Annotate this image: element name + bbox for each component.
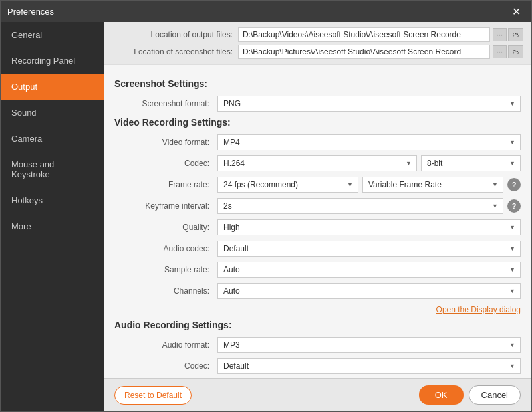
audio-format-controls: MP3AACWAVFLAC xyxy=(217,337,521,353)
audio-codec2-select-wrapper: DefaultAACMP3 xyxy=(217,358,521,374)
sidebar: GeneralRecording PanelOutputSoundCameraM… xyxy=(1,22,104,411)
screenshot-format-controls: PNG JPG BMP xyxy=(217,96,521,112)
sidebar-item-hotkeys[interactable]: Hotkeys xyxy=(1,187,104,213)
screenshot-dots-button[interactable]: ··· xyxy=(493,45,507,58)
display-dialog-link[interactable]: Open the Display dialog xyxy=(436,305,521,314)
window-title: Preferences xyxy=(7,7,54,17)
action-buttons: OK Cancel xyxy=(419,385,521,405)
keyframe-select[interactable]: 2s1s3s5s xyxy=(217,198,503,214)
video-codec-label: Codec: xyxy=(114,159,217,168)
output-dots-button[interactable]: ··· xyxy=(493,28,507,41)
screenshot-file-actions: ··· 🗁 xyxy=(493,45,523,58)
frame-rate-row: Frame rate: 24 fps (Recommend)30 fps60 f… xyxy=(114,177,521,193)
frame-rate-select[interactable]: 24 fps (Recommend)30 fps60 fps xyxy=(217,177,358,193)
scrollable-content[interactable]: Location of output files: D:\Backup\Vide… xyxy=(104,22,531,378)
screenshot-file-label: Location of screenshot files: xyxy=(112,47,238,56)
video-format-controls: MP4MOVAVIFLV xyxy=(217,134,521,150)
output-folder-button[interactable]: 🗁 xyxy=(508,28,523,41)
frame-rate-controls: 24 fps (Recommend)30 fps60 fps Variable … xyxy=(217,177,521,193)
quality-select[interactable]: HighMediumLowLosslessVery High xyxy=(217,219,521,235)
channels-row: Channels: AutoStereoMono xyxy=(114,283,521,299)
audio-codec-select-wrapper: DefaultAACMP3 xyxy=(217,241,521,257)
keyframe-select-wrapper: 2s1s3s5s xyxy=(217,198,503,214)
sidebar-item-sound[interactable]: Sound xyxy=(1,100,104,126)
screenshot-format-row: Screenshot format: PNG JPG BMP xyxy=(114,96,521,112)
audio-codec-row: Audio codec: DefaultAACMP3 xyxy=(114,241,521,257)
audio-format-select[interactable]: MP3AACWAVFLAC xyxy=(217,337,521,353)
frame-rate-help-button[interactable]: ? xyxy=(507,178,521,191)
output-file-value: D:\Backup\Videos\Aiseesoft Studio\Aisees… xyxy=(238,27,490,42)
screenshot-format-select[interactable]: PNG JPG BMP xyxy=(217,96,521,112)
output-file-row: Location of output files: D:\Backup\Vide… xyxy=(112,27,523,42)
output-file-actions: ··· 🗁 xyxy=(493,28,523,41)
close-button[interactable]: ✕ xyxy=(508,3,525,21)
channels-select[interactable]: AutoStereoMono xyxy=(217,283,521,299)
screenshot-file-row: Location of screenshot files: D:\Backup\… xyxy=(112,45,523,59)
channels-controls: AutoStereoMono xyxy=(217,283,521,299)
title-bar: Preferences ✕ xyxy=(1,1,531,22)
reset-button[interactable]: Reset to Default xyxy=(114,386,192,405)
quality-controls: HighMediumLowLosslessVery High xyxy=(217,219,521,235)
sidebar-item-recording-panel[interactable]: Recording Panel xyxy=(1,48,104,74)
main-panel: Location of output files: D:\Backup\Vide… xyxy=(104,22,531,411)
audio-codec-label: Audio codec: xyxy=(114,244,217,253)
output-file-label: Location of output files: xyxy=(112,30,238,39)
screenshot-section-title: Screenshot Settings: xyxy=(114,78,521,89)
variable-frame-select[interactable]: Variable Frame RateConstant Frame Rate xyxy=(362,177,503,193)
screenshot-format-select-wrapper: PNG JPG BMP xyxy=(217,96,521,112)
sidebar-item-more[interactable]: More xyxy=(1,213,104,239)
screenshot-folder-button[interactable]: 🗁 xyxy=(508,45,523,58)
frame-rate-select-wrapper: 24 fps (Recommend)30 fps60 fps xyxy=(217,177,358,193)
preferences-window: Preferences ✕ GeneralRecording PanelOutp… xyxy=(0,0,532,412)
video-codec-select[interactable]: H.264H.265VP8 xyxy=(217,155,417,171)
screenshot-format-label: Screenshot format: xyxy=(114,99,217,108)
display-link-row: Open the Display dialog xyxy=(114,304,521,314)
audio-section-title: Audio Recording Settings: xyxy=(114,320,521,330)
video-codec-select-wrapper: H.264H.265VP8 xyxy=(217,155,417,171)
audio-codec2-select[interactable]: DefaultAACMP3 xyxy=(217,358,521,374)
video-format-select[interactable]: MP4MOVAVIFLV xyxy=(217,134,521,150)
frame-rate-label: Frame rate: xyxy=(114,180,217,189)
video-format-label: Video format: xyxy=(114,138,217,147)
keyframe-row: Keyframe interval: 2s1s3s5s ? xyxy=(114,198,521,214)
quality-row: Quality: HighMediumLowLosslessVery High xyxy=(114,219,521,235)
main-content-area: GeneralRecording PanelOutputSoundCameraM… xyxy=(1,22,531,411)
video-bitdepth-select-wrapper: 8-bit10-bit xyxy=(421,155,521,171)
sidebar-item-general[interactable]: General xyxy=(1,22,104,48)
sidebar-item-mouse-keystroke[interactable]: Mouse and Keystroke xyxy=(1,152,104,187)
file-locations-section: Location of output files: D:\Backup\Vide… xyxy=(104,22,531,65)
sidebar-item-output[interactable]: Output xyxy=(1,74,104,100)
keyframe-help-button[interactable]: ? xyxy=(507,199,521,213)
quality-label: Quality: xyxy=(114,223,217,232)
sample-rate-controls: Auto44100 Hz48000 Hz xyxy=(217,262,521,278)
cancel-button[interactable]: Cancel xyxy=(469,385,521,405)
video-bitdepth-select[interactable]: 8-bit10-bit xyxy=(421,155,521,171)
audio-codec-controls: DefaultAACMP3 xyxy=(217,241,521,257)
keyframe-label: Keyframe interval: xyxy=(114,201,217,211)
sample-rate-label: Sample rate: xyxy=(114,265,217,274)
screenshot-file-value: D:\Backup\Pictures\Aiseesoft Studio\Aise… xyxy=(238,45,490,59)
video-format-select-wrapper: MP4MOVAVIFLV xyxy=(217,134,521,150)
keyframe-controls: 2s1s3s5s ? xyxy=(217,198,521,214)
sample-rate-select[interactable]: Auto44100 Hz48000 Hz xyxy=(217,262,521,278)
channels-label: Channels: xyxy=(114,286,217,296)
video-codec-controls: H.264H.265VP8 8-bit10-bit xyxy=(217,155,521,171)
sidebar-item-camera[interactable]: Camera xyxy=(1,126,104,152)
audio-codec2-label: Codec: xyxy=(114,361,217,371)
audio-codec-select[interactable]: DefaultAACMP3 xyxy=(217,241,521,257)
video-codec-row: Codec: H.264H.265VP8 8-bit10-bit xyxy=(114,155,521,171)
variable-frame-select-wrapper: Variable Frame RateConstant Frame Rate xyxy=(362,177,503,193)
video-format-row: Video format: MP4MOVAVIFLV xyxy=(114,134,521,150)
ok-button[interactable]: OK xyxy=(419,385,464,405)
sample-rate-select-wrapper: Auto44100 Hz48000 Hz xyxy=(217,262,521,278)
audio-format-label: Audio format: xyxy=(114,340,217,350)
video-section-title: Video Recording Settings: xyxy=(114,117,521,128)
bottom-bar: Reset to Default OK Cancel xyxy=(104,378,531,411)
audio-format-row: Audio format: MP3AACWAVFLAC xyxy=(114,337,521,353)
quality-select-wrapper: HighMediumLowLosslessVery High xyxy=(217,219,521,235)
audio-format-select-wrapper: MP3AACWAVFLAC xyxy=(217,337,521,353)
sample-rate-row: Sample rate: Auto44100 Hz48000 Hz xyxy=(114,262,521,278)
audio-codec2-row: Codec: DefaultAACMP3 xyxy=(114,358,521,374)
settings-sections: Screenshot Settings: Screenshot format: … xyxy=(104,65,531,378)
channels-select-wrapper: AutoStereoMono xyxy=(217,283,521,299)
